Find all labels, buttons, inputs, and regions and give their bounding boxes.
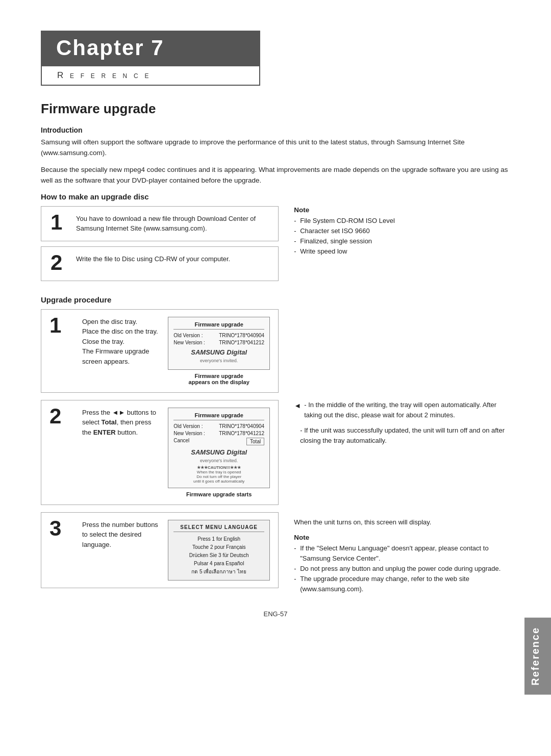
fw-logo-1: SAMSUNG Digital bbox=[173, 348, 264, 356]
footer: ENG-57 bbox=[41, 610, 510, 618]
upgrade-step3-right: When the unit turns on, this screen will… bbox=[294, 512, 510, 595]
intro-para2: Because the specially new mpeg4 codec co… bbox=[41, 165, 510, 186]
fw-row-new-2: New Version : TRINO*178*041212 bbox=[173, 431, 264, 436]
lang-title: SELECT MENU LANGUAGE bbox=[173, 524, 264, 532]
upgrade-step1-text: Open the disc tray. Place the disc on th… bbox=[82, 317, 161, 367]
upgrade-step1-right bbox=[294, 309, 510, 398]
when-note: When the unit turns on, this screen will… bbox=[294, 517, 510, 527]
when-note-text: When the unit turns on, this screen will… bbox=[294, 518, 431, 526]
page-number: ENG-57 bbox=[264, 610, 288, 618]
side-note-2: - If the unit was successfully updated, … bbox=[294, 425, 510, 446]
page: Chapter 7 R e f e r e n c e Firmware upg… bbox=[0, 0, 551, 756]
how-to-section: 1 You have to download a new file throug… bbox=[41, 206, 510, 286]
step2-number: 2 bbox=[51, 252, 76, 273]
upgrade-step1-left: 1 Open the disc tray. Place the disc on … bbox=[41, 309, 279, 398]
intro-heading: Introduction bbox=[41, 126, 510, 134]
chapter-reference: R e f e r e n c e bbox=[41, 65, 260, 86]
note-item-4: Write speed low bbox=[294, 246, 510, 257]
upgrade-step2-box: 2 Press the ◄► buttons to select Total, … bbox=[41, 400, 279, 505]
bold-enter: ENTER bbox=[93, 429, 116, 436]
reference-sidebar: Reference bbox=[524, 618, 551, 695]
step3-note-item-3: The upgrade procedure may change, refer … bbox=[294, 574, 510, 594]
upgrade-step1-screen: Firmware upgrade Old Version : TRINO*178… bbox=[168, 317, 270, 385]
fw-tagline-1: everyone's invited. bbox=[173, 358, 264, 363]
step3-note-label: Note bbox=[294, 534, 510, 541]
how-to-heading: How to make an upgrade disc bbox=[41, 192, 510, 201]
how-to-note: Note File System CD-ROM ISO Level Charac… bbox=[294, 206, 510, 286]
upgrade-heading: Upgrade procedure bbox=[41, 295, 510, 304]
upgrade-step3-screen: SELECT MENU LANGUAGE Press 1 for English… bbox=[168, 520, 270, 581]
upgrade-step3-text: Press the number buttons to select the d… bbox=[82, 520, 161, 550]
upgrade-step3-left: 3 Press the number buttons to select the… bbox=[41, 512, 279, 595]
fw-title-1: Firmware upgrade bbox=[173, 321, 264, 330]
step1-text: You have to download a new file through … bbox=[76, 214, 269, 234]
how-to-steps: 1 You have to download a new file throug… bbox=[41, 206, 279, 286]
side-note-2-text: - If the unit was successfully updated, … bbox=[300, 426, 505, 444]
note-label: Note bbox=[294, 206, 510, 214]
fw-caption-2: Firmware upgrade starts bbox=[168, 491, 270, 497]
fw-title-2: Firmware upgrade bbox=[173, 412, 264, 420]
fw-caption-1: Firmware upgradeappears on the display bbox=[168, 373, 270, 385]
upgrade-step2-number: 2 bbox=[49, 406, 75, 427]
upgrade-step2-screen: Firmware upgrade Old Version : TRINO*178… bbox=[168, 408, 270, 497]
side-note-1: ◄ - In the middle of the writing, the tr… bbox=[294, 400, 510, 420]
upgrade-step2-left: 2 Press the ◄► buttons to select Total, … bbox=[41, 400, 279, 510]
note-item-2: Character set ISO 9660 bbox=[294, 226, 510, 236]
note-list: File System CD-ROM ISO Level Character s… bbox=[294, 216, 510, 257]
fw-caution: ★★★CAUTION!!!★★★ When the tray is opened… bbox=[173, 465, 264, 484]
fw-row-new: New Version : TRINO*178*041212 bbox=[173, 340, 264, 345]
upgrade-step3-number: 3 bbox=[49, 518, 75, 539]
upgrade-step1-box: 1 Open the disc tray. Place the disc on … bbox=[41, 309, 279, 393]
side-note-1-text: - In the middle of the writing, the tray… bbox=[304, 401, 496, 419]
firmware-screen-2: Firmware upgrade Old Version : TRINO*178… bbox=[168, 408, 270, 488]
fw-row-old: Old Version : TRINO*178*040904 bbox=[173, 333, 264, 338]
how-to-step1: 1 You have to download a new file throug… bbox=[41, 206, 279, 241]
upgrade-step1-number: 1 bbox=[49, 315, 75, 336]
how-to-step2: 2 Write the file to Disc using CD-RW of … bbox=[41, 246, 279, 281]
chapter-title: Chapter 7 bbox=[41, 31, 260, 65]
upgrade-step2-row: 2 Press the ◄► buttons to select Total, … bbox=[41, 400, 510, 510]
step1-number: 1 bbox=[51, 212, 76, 233]
fw-total-box: Total bbox=[246, 438, 264, 445]
fw-logo-2: SAMSUNG Digital bbox=[173, 448, 264, 456]
note-item-1: File System CD-ROM ISO Level bbox=[294, 216, 510, 226]
upgrade-step1-row: 1 Open the disc tray. Place the disc on … bbox=[41, 309, 510, 398]
step3-note-item-1: If the "Select Menu Language" doesn't ap… bbox=[294, 543, 510, 564]
firmware-screen-1: Firmware upgrade Old Version : TRINO*178… bbox=[168, 317, 270, 370]
page-title: Firmware upgrade bbox=[41, 101, 510, 117]
upgrade-step3-box: 3 Press the number buttons to select the… bbox=[41, 512, 279, 588]
bold-total: Total bbox=[102, 418, 117, 426]
step2-text: Write the file to Disc using CD-RW of yo… bbox=[76, 254, 269, 264]
step3-note-list: If the "Select Menu Language" doesn't ap… bbox=[294, 543, 510, 595]
upgrade-step2-text: Press the ◄► buttons to select Total, th… bbox=[82, 408, 161, 438]
upgrade-step3-row: 3 Press the number buttons to select the… bbox=[41, 512, 510, 595]
step3-note-item-2: Do not press any button and unplug the p… bbox=[294, 564, 510, 574]
lang-rows: Press 1 for English Touche 2 pour França… bbox=[173, 535, 264, 576]
intro-para1: Samsung will often support the software … bbox=[41, 137, 510, 159]
arrow-icon-1: ◄ bbox=[294, 400, 301, 412]
note-item-3: Finalized, single session bbox=[294, 236, 510, 246]
chapter-header: Chapter 7 R e f e r e n c e bbox=[41, 31, 510, 86]
fw-row-old-2: Old Version : TRINO*178*040904 bbox=[173, 423, 264, 429]
fw-cancel-total: Cancel Total bbox=[173, 438, 264, 445]
upgrade-step2-right: ◄ - In the middle of the writing, the tr… bbox=[294, 400, 510, 510]
lang-screen: SELECT MENU LANGUAGE Press 1 for English… bbox=[168, 520, 270, 581]
